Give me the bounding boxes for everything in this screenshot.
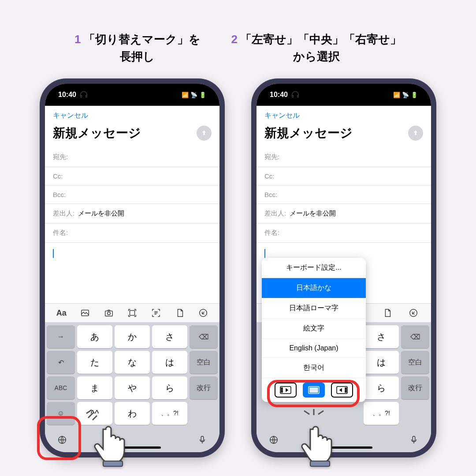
page-title: 新規メッセージ xyxy=(264,125,353,141)
svg-rect-16 xyxy=(281,390,283,390)
svg-line-28 xyxy=(318,411,324,414)
key-undo[interactable]: ↶ xyxy=(47,351,75,374)
key-ya[interactable]: や xyxy=(115,376,150,399)
to-field[interactable]: 宛先: xyxy=(45,148,219,167)
key-space[interactable]: 空白 xyxy=(401,351,429,374)
align-right-button[interactable] xyxy=(331,383,353,398)
bcc-field[interactable]: Bcc: xyxy=(257,186,431,204)
svg-rect-20 xyxy=(310,390,318,390)
cancel-button[interactable]: キャンセル xyxy=(53,112,88,119)
svg-point-2 xyxy=(108,312,110,315)
key-ma[interactable]: ま xyxy=(77,376,112,399)
keyboard: → あ か さ ⌫ ↶ た な は 空白 ABC ま や ら xyxy=(45,323,219,452)
keyboard-option-english[interactable]: English (Japan) xyxy=(262,339,366,358)
svg-rect-15 xyxy=(281,388,283,389)
wifi-icon: 📡 xyxy=(190,92,197,98)
key-ha[interactable]: は xyxy=(152,351,187,374)
keyboard-option-korean[interactable]: 한국어 xyxy=(262,358,366,378)
wifi-icon: 📡 xyxy=(402,92,409,98)
file-icon[interactable] xyxy=(383,308,392,318)
key-ra[interactable]: ら xyxy=(364,376,399,399)
markup-icon[interactable] xyxy=(198,308,208,318)
align-center-button[interactable] xyxy=(303,383,325,398)
key-punct[interactable]: 、。?! xyxy=(364,402,399,425)
keyboard-option-kana[interactable]: 日本語かな xyxy=(262,278,366,298)
battery-icon: 🔋 xyxy=(411,92,418,98)
globe-icon[interactable] xyxy=(57,435,67,445)
cellular-icon: 📶 xyxy=(182,92,189,98)
step1-caption: 1「切り替えマーク」を 長押し xyxy=(74,31,200,65)
photo-icon[interactable] xyxy=(80,308,90,318)
key-ta[interactable]: た xyxy=(77,351,112,374)
key-abc[interactable]: ABC xyxy=(47,376,75,399)
keyboard-switcher-popup: キーボード設定... 日本語かな 日本語ローマ字 絵文字 English (Ja… xyxy=(262,258,366,402)
svg-line-9 xyxy=(86,410,92,413)
bcc-field[interactable]: Bcc: xyxy=(45,186,219,204)
svg-rect-3 xyxy=(130,311,135,316)
key-delete[interactable]: ⌫ xyxy=(190,325,218,348)
cc-field[interactable]: Cc: xyxy=(45,167,219,186)
svg-rect-21 xyxy=(310,391,318,392)
keyboard-settings-item[interactable]: キーボード設定... xyxy=(262,258,366,278)
key-ra[interactable]: ら xyxy=(152,376,187,399)
svg-rect-19 xyxy=(310,388,318,389)
home-indicator[interactable] xyxy=(104,446,161,449)
status-time: 10:40 xyxy=(270,91,288,99)
headphone-icon xyxy=(79,90,89,100)
key-return[interactable]: 改行 xyxy=(401,376,429,399)
scan-text-icon[interactable] xyxy=(151,308,161,318)
from-field[interactable]: 差出人:メールを非公開 xyxy=(257,204,431,223)
mic-icon[interactable] xyxy=(409,435,419,445)
key-sa[interactable]: さ xyxy=(152,325,187,348)
aa-icon[interactable]: Aa xyxy=(56,309,67,318)
camera-icon[interactable] xyxy=(104,308,114,318)
cellular-icon: 📶 xyxy=(393,92,400,98)
key-delete[interactable]: ⌫ xyxy=(401,325,429,348)
keyboard-align-row xyxy=(262,378,366,402)
cc-field[interactable]: Cc: xyxy=(257,167,431,186)
to-field[interactable]: 宛先: xyxy=(257,148,431,167)
svg-rect-23 xyxy=(345,388,346,389)
subject-field[interactable]: 件名: xyxy=(45,223,219,243)
dynamic-island xyxy=(106,92,159,106)
key-wa[interactable]: わ xyxy=(115,402,150,425)
file-icon[interactable] xyxy=(175,308,185,318)
battery-icon: 🔋 xyxy=(199,92,206,98)
send-button[interactable] xyxy=(408,126,423,141)
globe-icon[interactable] xyxy=(269,435,279,445)
key-tab[interactable]: → xyxy=(47,325,75,348)
headphone-icon xyxy=(290,90,300,100)
step2-number: 2 xyxy=(231,33,238,46)
svg-rect-17 xyxy=(281,391,283,392)
svg-rect-25 xyxy=(345,391,346,392)
key-na[interactable]: な xyxy=(115,351,150,374)
from-field[interactable]: 差出人:メールを非公開 xyxy=(45,204,219,223)
mic-icon[interactable] xyxy=(197,435,207,445)
key-emoji[interactable]: ☺ xyxy=(47,402,75,425)
send-button[interactable] xyxy=(197,126,212,141)
home-indicator[interactable] xyxy=(315,446,372,449)
keyboard-option-romaji[interactable]: 日本語ローマ字 xyxy=(262,298,366,319)
keyboard-option-emoji[interactable]: 絵文字 xyxy=(262,319,366,339)
key-return[interactable]: 改行 xyxy=(190,376,218,399)
svg-rect-13 xyxy=(413,436,415,441)
align-left-button[interactable] xyxy=(275,383,297,398)
cancel-button[interactable]: キャンセル xyxy=(264,112,300,119)
key-space[interactable]: 空白 xyxy=(190,351,218,374)
page-title: 新規メッセージ xyxy=(53,125,141,141)
key-punct[interactable]: 、。?! xyxy=(152,402,187,425)
svg-rect-24 xyxy=(345,390,346,390)
key-ka[interactable]: か xyxy=(115,325,150,348)
svg-line-26 xyxy=(304,411,309,414)
svg-rect-29 xyxy=(310,461,330,466)
key-ha[interactable]: は xyxy=(364,351,399,374)
subject-field[interactable]: 件名: xyxy=(257,223,431,243)
format-toolbar: Aa xyxy=(45,303,219,323)
step1-number: 1 xyxy=(74,33,81,46)
scan-doc-icon[interactable] xyxy=(127,308,137,318)
markup-icon[interactable] xyxy=(409,308,418,318)
step2-caption: 2「左寄せ」「中央」「右寄せ」 から選択 xyxy=(231,31,402,65)
key-sa[interactable]: さ xyxy=(364,325,399,348)
key-a[interactable]: あ xyxy=(77,325,112,348)
body-input[interactable] xyxy=(45,243,219,303)
